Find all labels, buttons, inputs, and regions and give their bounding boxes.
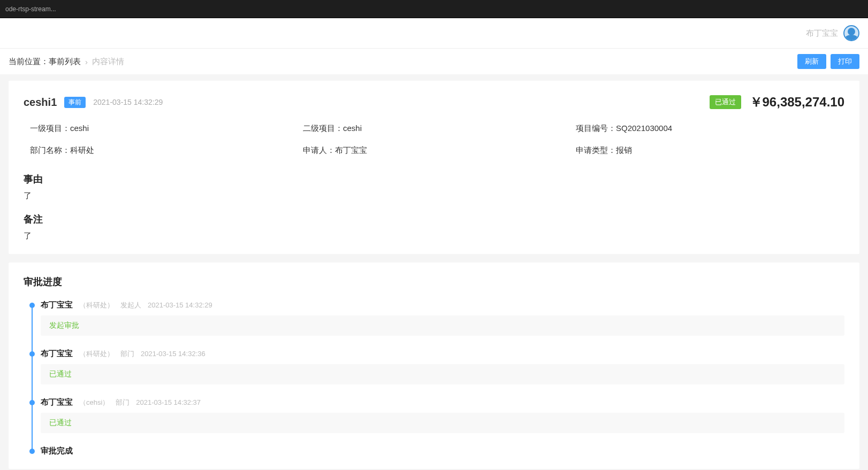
timeline-dot-icon <box>29 303 35 308</box>
approval-timeline: 布丁宝宝 （科研处） 发起人 2021-03-15 14:32:29 发起审批 … <box>29 300 844 456</box>
window-titlebar: ode-rtsp-stream... <box>0 0 868 18</box>
field-applicant: 申请人：布丁宝宝 <box>303 145 565 156</box>
remark-body: 了 <box>24 231 844 241</box>
summary-card: ceshi1 事前 2021-03-15 14:32:29 已通过 ￥96,38… <box>9 81 859 254</box>
field-type: 申请类型：报销 <box>576 145 838 156</box>
avatar[interactable] <box>843 25 859 41</box>
step-role: 发起人 <box>120 301 141 310</box>
info-grid: 一级项目：ceshi 二级项目：ceshi 项目编号：SQ2021030004 … <box>24 124 844 161</box>
reason-body: 了 <box>24 191 844 201</box>
action-buttons: 刷新 打印 <box>797 54 859 69</box>
step-name: 布丁宝宝 <box>41 397 73 407</box>
step-time: 2021-03-15 14:32:36 <box>141 350 205 358</box>
refresh-button[interactable]: 刷新 <box>797 54 826 69</box>
step-name: 布丁宝宝 <box>41 349 73 359</box>
step-dept: （科研处） <box>79 301 114 310</box>
print-button[interactable]: 打印 <box>831 54 859 69</box>
progress-title: 审批进度 <box>24 275 844 288</box>
step-status: 已通过 <box>49 418 72 427</box>
created-at: 2021-03-15 14:32:29 <box>93 98 163 106</box>
breadcrumb-prefix: 当前位置： <box>9 57 49 67</box>
header-user-name: 布丁宝宝 <box>806 28 838 38</box>
timeline-final: 审批完成 <box>41 446 844 456</box>
breadcrumb: 当前位置： 事前列表 › 内容详情 <box>9 57 124 67</box>
breadcrumb-root[interactable]: 事前列表 <box>49 57 81 67</box>
field-code: 项目编号：SQ2021030004 <box>576 124 838 134</box>
step-role: 部门 <box>120 349 134 359</box>
window-title: ode-rtsp-stream... <box>5 5 56 13</box>
step-status: 发起审批 <box>49 321 79 329</box>
step-final-label: 审批完成 <box>41 446 844 456</box>
field-level1: 一级项目：ceshi <box>30 124 292 134</box>
chevron-right-icon: › <box>85 57 88 66</box>
field-department: 部门名称：科研处 <box>30 145 292 156</box>
step-dept: （科研处） <box>79 349 114 359</box>
progress-card: 审批进度 布丁宝宝 （科研处） 发起人 2021-03-15 14:32:29 … <box>9 263 859 469</box>
step-time: 2021-03-15 14:32:37 <box>136 398 201 406</box>
step-role: 部门 <box>116 398 130 407</box>
step-dept: （cehsi） <box>79 398 109 407</box>
amount-value: ￥96,385,274.10 <box>750 94 844 111</box>
status-badge: 已通过 <box>710 95 741 109</box>
reason-title: 事由 <box>24 173 844 186</box>
timeline-step: 布丁宝宝 （科研处） 部门 2021-03-15 14:32:36 已通过 <box>41 349 844 384</box>
reason-section: 事由 了 <box>24 173 844 201</box>
remark-section: 备注 了 <box>24 213 844 241</box>
timeline-dot-icon <box>29 449 35 454</box>
step-status: 已通过 <box>49 369 72 378</box>
timeline-dot-icon <box>29 400 35 405</box>
page-title: ceshi1 <box>24 96 57 109</box>
step-time: 2021-03-15 14:32:29 <box>148 301 212 309</box>
step-name: 布丁宝宝 <box>41 300 73 310</box>
tag-preapproval: 事前 <box>64 97 86 108</box>
remark-title: 备注 <box>24 213 844 226</box>
app-header: 布丁宝宝 <box>0 18 868 48</box>
timeline-step: 布丁宝宝 （科研处） 发起人 2021-03-15 14:32:29 发起审批 <box>41 300 844 336</box>
breadcrumb-current: 内容详情 <box>92 57 124 67</box>
field-level2: 二级项目：ceshi <box>303 124 565 134</box>
breadcrumb-row: 当前位置： 事前列表 › 内容详情 刷新 打印 <box>0 48 868 74</box>
timeline-step: 布丁宝宝 （cehsi） 部门 2021-03-15 14:32:37 已通过 <box>41 397 844 433</box>
timeline-dot-icon <box>29 351 35 357</box>
